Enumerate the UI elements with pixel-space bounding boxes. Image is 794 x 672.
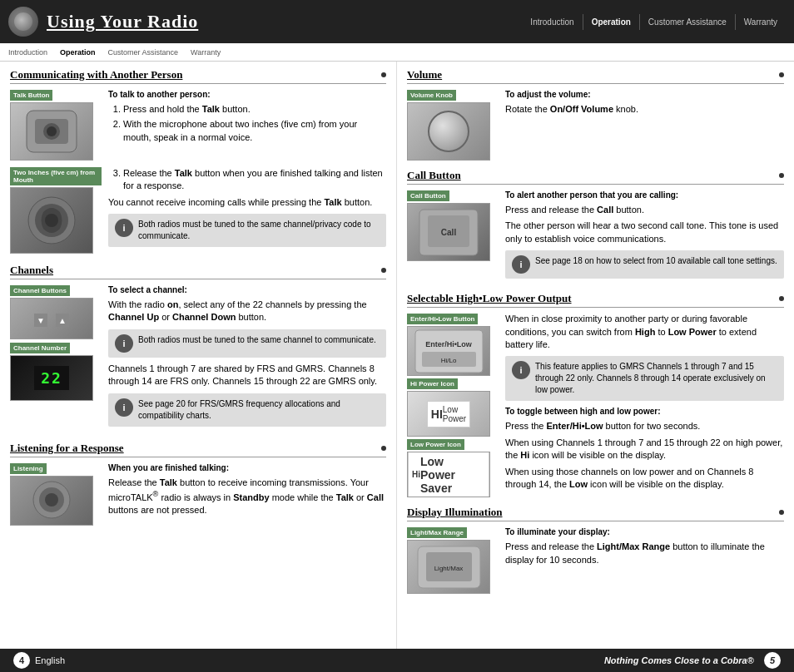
volume-subtitle: To adjust the volume: bbox=[505, 89, 784, 101]
low-power-icon-label: Low Power Icon bbox=[407, 439, 464, 450]
channel-number-label: Channel Number bbox=[10, 343, 70, 353]
channels-subtitle: To select a channel: bbox=[108, 284, 386, 296]
two-inches-img-col: Two Inches (five cm) from Mouth bbox=[10, 167, 102, 254]
section-dot-r1 bbox=[779, 72, 784, 77]
sub-nav-operation[interactable]: Operation bbox=[60, 48, 96, 57]
low-faded: LowPower bbox=[443, 405, 466, 423]
display-subtitle: To illuminate your display: bbox=[505, 526, 784, 538]
power-info-text: This feature applies to GMRS Channels 1 … bbox=[535, 361, 777, 396]
channel-display: 22 bbox=[34, 366, 69, 390]
knob-circle bbox=[428, 111, 469, 152]
channels-info-text2: See page 20 for FRS/GMRS frequency alloc… bbox=[138, 398, 380, 422]
sub-nav-warranty[interactable]: Warranty bbox=[191, 48, 221, 57]
enter-hi-low-label: Enter/Hi•Low Button bbox=[407, 314, 478, 324]
two-inches-content: Release the Talk button when you are fin… bbox=[108, 167, 386, 254]
talk-button-label: Talk Button bbox=[10, 90, 52, 101]
power-body2: Press the Enter/Hi•Low button for two se… bbox=[505, 420, 784, 432]
display-body: Press and release the Light/Max Range bu… bbox=[505, 541, 784, 566]
nav-tabs: Introduction Operation Customer Assistan… bbox=[522, 14, 786, 30]
svg-text:Light/Max: Light/Max bbox=[434, 565, 463, 572]
footer-right: Nothing Comes Close to a Cobra® 5 bbox=[604, 652, 781, 669]
nav-tab-warranty[interactable]: Warranty bbox=[736, 14, 786, 30]
call-info-box: i See page 18 on how to select from 10 a… bbox=[505, 250, 784, 279]
hi-icon: HI bbox=[431, 408, 443, 421]
step-3: Release the Talk button when you are fin… bbox=[123, 167, 386, 193]
channels-info-box2: i See page 20 for FRS/GMRS frequency all… bbox=[108, 393, 386, 427]
sub-nav: Introduction Operation Customer Assistan… bbox=[8, 48, 221, 57]
display-title: Display Illumination bbox=[407, 506, 784, 521]
call-button-content: To alert another person that you are cal… bbox=[505, 190, 784, 284]
svg-point-6 bbox=[45, 214, 58, 227]
call-button-image: Call bbox=[407, 203, 490, 261]
call-button-title: Call Button bbox=[407, 169, 784, 185]
power-body3: When using Channels 1 through 7 and 15 t… bbox=[505, 437, 784, 462]
footer-tagline: Nothing Comes Close to a Cobra® bbox=[604, 655, 754, 665]
left-column: Communicating with Another Person Talk B… bbox=[0, 62, 397, 649]
enter-hi-low-image: Enter/Hi•Low Hi/Lo bbox=[407, 326, 490, 376]
low-display: Hi LowPower Saver bbox=[408, 452, 489, 497]
info-icon: i bbox=[115, 219, 133, 237]
sub-nav-customer[interactable]: Customer Assistance bbox=[108, 48, 179, 57]
listening-label: Listening bbox=[10, 463, 47, 474]
power-content: When in close proximity to another party… bbox=[505, 313, 784, 497]
power-img-col: Enter/Hi•Low Button Enter/Hi•Low Hi/Lo H… bbox=[407, 313, 499, 497]
channels-body: With the radio on, select any of the 22 … bbox=[108, 299, 386, 324]
power-title: Selectable High•Low Power Output bbox=[407, 292, 784, 308]
call-btn-img-col: Call Button Call bbox=[407, 190, 499, 284]
power-info-box: i This feature applies to GMRS Channels … bbox=[505, 356, 784, 401]
channel-number-image: 22 bbox=[10, 355, 93, 401]
display-content: To illuminate your display: Press and re… bbox=[505, 526, 784, 594]
listening-subtitle: When you are finished talking: bbox=[108, 462, 386, 474]
hi-faded: Hi bbox=[412, 470, 420, 479]
info-icon-r1: i bbox=[512, 255, 530, 274]
volume-title: Volume bbox=[407, 68, 784, 84]
main-content: Communicating with Another Person Talk B… bbox=[0, 62, 794, 649]
nav-tab-introduction[interactable]: Introduction bbox=[522, 14, 583, 30]
channel-up-btn: ▲ bbox=[56, 314, 69, 327]
display-img-col: Light/Max Range Light/Max bbox=[407, 526, 499, 594]
steps-continued: Release the Talk button when you are fin… bbox=[108, 167, 386, 193]
footer-left: 4 English bbox=[13, 652, 65, 669]
info-icon-3: i bbox=[115, 398, 133, 417]
section-dot bbox=[381, 72, 386, 77]
page-num-left: 4 bbox=[13, 652, 30, 669]
call-button-label: Call Button bbox=[407, 190, 449, 201]
channels-info-box1: i Both radios must be tuned to the same … bbox=[108, 329, 386, 358]
svg-text:Hi/Lo: Hi/Lo bbox=[440, 357, 456, 364]
hi-display: HI LowPower bbox=[427, 401, 470, 427]
power-section: Selectable High•Low Power Output Enter/H… bbox=[407, 292, 784, 497]
low-power-image: Hi LowPower Saver bbox=[407, 452, 490, 497]
channels-info-text1: Both radios must be tuned to the same ch… bbox=[138, 334, 376, 346]
call-info-text: See page 18 on how to select from 10 ava… bbox=[535, 255, 777, 267]
channel-buttons-label: Channel Buttons bbox=[10, 285, 70, 296]
talk-button-img-col: Talk Button bbox=[10, 89, 102, 161]
channel-buttons-image: ▼ ▲ bbox=[10, 298, 93, 339]
volume-row: Volume Knob To adjust the volume: Rotate… bbox=[407, 89, 784, 161]
channels-body2: Channels 1 through 7 are shared by FRS a… bbox=[108, 363, 386, 388]
section-dot-r3 bbox=[779, 296, 784, 301]
volume-section: Volume Volume Knob To adjust the volume:… bbox=[407, 68, 784, 161]
sub-nav-introduction[interactable]: Introduction bbox=[8, 48, 47, 57]
talk-info-box: i Both radios must be tuned to the same … bbox=[108, 214, 386, 247]
section-dot-r4 bbox=[779, 510, 784, 515]
volume-img-col: Volume Knob bbox=[407, 89, 499, 161]
page-header: Using Your Radio Introduction Operation … bbox=[0, 0, 794, 43]
listening-row: Listening When you are finished talking:… bbox=[10, 462, 386, 526]
two-inches-label: Two Inches (five cm) from Mouth bbox=[10, 167, 102, 185]
communicating-title: Communicating with Another Person bbox=[10, 68, 386, 84]
step-1: Press and hold the Talk button. bbox=[123, 103, 386, 116]
power-subtitle2: To toggle between high and low power: bbox=[505, 406, 784, 418]
info-icon-2: i bbox=[115, 334, 133, 353]
channel-down-btn: ▼ bbox=[34, 314, 47, 327]
section-dot-r2 bbox=[779, 173, 784, 178]
display-section: Display Illumination Light/Max Range Lig… bbox=[407, 506, 784, 594]
cobra-logo bbox=[8, 7, 38, 37]
call-button-section: Call Button Call Button Call To alert bbox=[407, 169, 784, 284]
nav-tab-customer[interactable]: Customer Assistance bbox=[640, 14, 736, 30]
svg-text:Enter/Hi•Low: Enter/Hi•Low bbox=[425, 340, 473, 348]
listening-img-col: Listening bbox=[10, 462, 102, 526]
listening-image bbox=[10, 476, 93, 526]
svg-point-9 bbox=[45, 493, 58, 506]
nav-tab-operation[interactable]: Operation bbox=[583, 14, 640, 30]
call-body1: Press and release the Call button. bbox=[505, 204, 784, 216]
